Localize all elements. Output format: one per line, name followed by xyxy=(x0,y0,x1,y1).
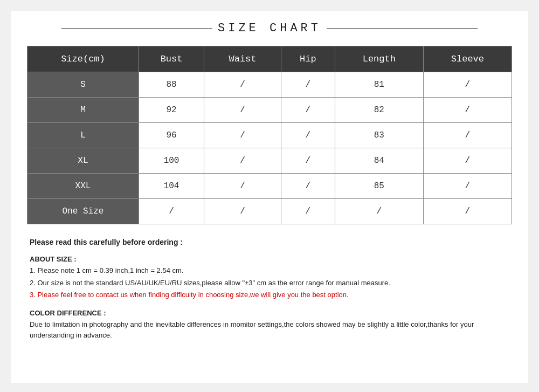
size-data-cell: / xyxy=(281,123,335,148)
size-label-cell: M xyxy=(27,98,139,123)
size-data-cell: / xyxy=(423,72,512,98)
notes-item-2: 2. Our size is not the standard US/AU/UK… xyxy=(30,278,509,288)
size-table: Size(cm) Bust Waist Hip Length Sleeve S8… xyxy=(27,46,512,224)
read-carefully-title: Please read this carefully before orderi… xyxy=(30,238,509,246)
size-data-cell: 85 xyxy=(335,174,423,199)
size-label-cell: S xyxy=(27,72,139,98)
title-line-left xyxy=(61,28,212,29)
size-data-cell: / xyxy=(423,174,512,199)
size-data-cell: / xyxy=(281,174,335,199)
col-header-length: Length xyxy=(335,46,423,72)
size-data-cell: 81 xyxy=(335,72,423,98)
size-data-cell: / xyxy=(423,199,512,224)
size-data-cell: / xyxy=(204,98,281,123)
about-size-title: ABOUT SIZE : xyxy=(30,255,509,263)
size-data-cell: / xyxy=(423,123,512,148)
table-row: S88//81/ xyxy=(27,72,512,98)
size-data-cell: / xyxy=(204,72,281,98)
about-size-block: ABOUT SIZE : 1. Please note 1 cm = 0.39 … xyxy=(30,255,509,300)
size-data-cell: / xyxy=(281,199,335,224)
table-header-row: Size(cm) Bust Waist Hip Length Sleeve xyxy=(27,46,512,72)
notes-item-1: 1. Please note 1 cm = 0.39 inch,1 inch =… xyxy=(30,265,509,276)
col-header-sleeve: Sleeve xyxy=(423,46,512,72)
size-data-cell: / xyxy=(204,148,281,174)
color-diff-title: COLOR DIFFERENCE : xyxy=(30,309,509,317)
table-row: M92//82/ xyxy=(27,98,512,123)
size-data-cell: 88 xyxy=(139,72,204,98)
notes-section: Please read this carefully before orderi… xyxy=(27,238,512,341)
size-label-cell: XL xyxy=(27,148,139,174)
size-data-cell: / xyxy=(204,174,281,199)
size-data-cell: / xyxy=(281,98,335,123)
size-data-cell: 82 xyxy=(335,98,423,123)
size-data-cell: / xyxy=(423,148,512,174)
col-header-waist: Waist xyxy=(204,46,281,72)
size-data-cell: 96 xyxy=(139,123,204,148)
notes-item-2-suffix: ,please allow "±3" cm as the error range… xyxy=(200,279,390,287)
page-container: SIZE CHART Size(cm) Bust Waist Hip Lengt… xyxy=(11,11,528,383)
notes-item-3: 3. Please feel free to contact us when f… xyxy=(30,290,509,300)
size-data-cell: 83 xyxy=(335,123,423,148)
size-data-cell: / xyxy=(204,199,281,224)
size-data-cell: 100 xyxy=(139,148,204,174)
size-label-cell: One Size xyxy=(27,199,139,224)
size-label-cell: XXL xyxy=(27,174,139,199)
title-area: SIZE CHART xyxy=(27,22,512,35)
table-row: L96//83/ xyxy=(27,123,512,148)
color-diff-text: Due to limitation in photography and the… xyxy=(30,319,509,342)
title-line-right xyxy=(327,28,478,29)
page-title: SIZE CHART xyxy=(218,22,321,35)
table-row: XL100//84/ xyxy=(27,148,512,174)
size-data-cell: 84 xyxy=(335,148,423,174)
size-data-cell: 104 xyxy=(139,174,204,199)
col-header-hip: Hip xyxy=(281,46,335,72)
col-header-size: Size(cm) xyxy=(27,46,139,72)
size-label-cell: L xyxy=(27,123,139,148)
size-data-cell: / xyxy=(139,199,204,224)
table-row: One Size///// xyxy=(27,199,512,224)
size-data-cell: / xyxy=(423,98,512,123)
table-row: XXL104//85/ xyxy=(27,174,512,199)
size-data-cell: / xyxy=(281,148,335,174)
size-data-cell: 92 xyxy=(139,98,204,123)
size-data-cell: / xyxy=(204,123,281,148)
read-carefully-block: Please read this carefully before orderi… xyxy=(30,238,509,246)
notes-item-2-prefix: 2. xyxy=(30,279,37,287)
col-header-bust: Bust xyxy=(139,46,204,72)
color-diff-block: COLOR DIFFERENCE : Due to limitation in … xyxy=(30,309,509,342)
size-data-cell: / xyxy=(281,72,335,98)
size-data-cell: / xyxy=(335,199,423,224)
notes-item-2-red: Our size is not the standard US/AU/UK/EU… xyxy=(37,279,199,287)
